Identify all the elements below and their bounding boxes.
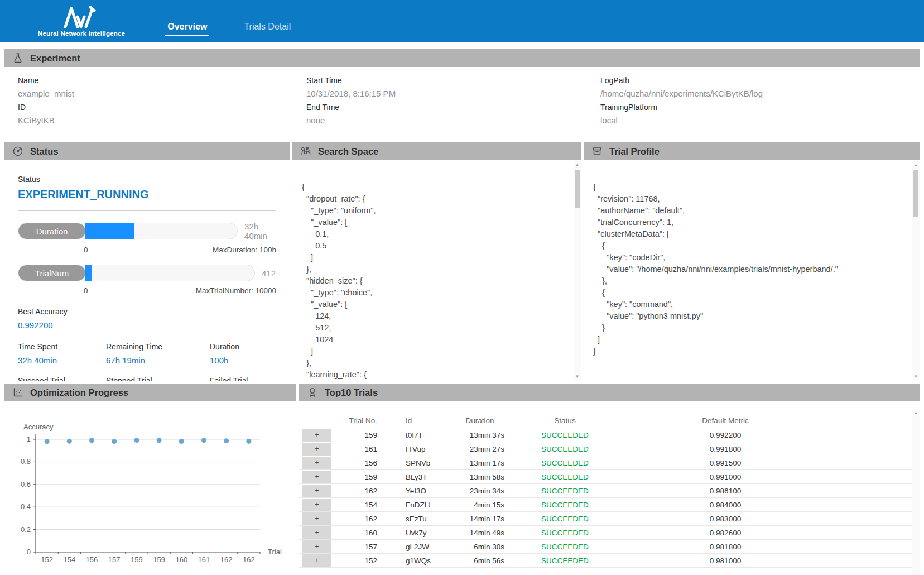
expand-row-button[interactable]: +: [302, 554, 331, 567]
trial-metric-cell: 0.981800: [622, 543, 829, 551]
nni-logo-icon: [63, 6, 100, 29]
section-title: Search Space: [318, 146, 378, 157]
svg-text:0.6: 0.6: [21, 480, 31, 488]
trialnum-min: 0: [84, 286, 88, 295]
expand-row-button[interactable]: +: [302, 512, 331, 525]
stat-succeed-trial: Succeed Trial403: [18, 376, 106, 381]
experiment-field-training-platform: TrainingPlatform local: [600, 103, 920, 125]
trial-status-cell: SUCCEEDED: [508, 487, 622, 495]
trial-metric-cell: 0.986100: [622, 487, 829, 495]
table-row: +157gL2JW6min 30sSUCCEEDED0.981800: [299, 540, 920, 554]
trial-metric-cell: 0.981000: [622, 557, 829, 565]
scroll-down-arrow[interactable]: ▼: [574, 373, 581, 380]
top-navigation-bar: Neural Network Intelligence Overview Tri…: [0, 0, 924, 42]
scroll-thumb[interactable]: [913, 170, 918, 217]
best-accuracy-value: 0.992200: [18, 320, 281, 330]
trial-status-cell: SUCCEEDED: [508, 529, 622, 537]
trial-status-cell: SUCCEEDED: [508, 445, 622, 453]
stat-failed-trial: Failed Trial9: [210, 376, 281, 381]
medal-icon: [307, 387, 318, 398]
table-body: +159t0I7T13min 37sSUCCEEDED0.992200+161I…: [299, 428, 920, 568]
trialnum-progress-value: 412: [262, 269, 276, 278]
section-title: Trial Profile: [609, 146, 660, 157]
expand-row-button[interactable]: +: [302, 499, 331, 511]
duration-progress: Duration 32h 40min 0 MaxDuration: 100h: [18, 222, 281, 254]
scroll-up-arrow[interactable]: ▲: [912, 161, 920, 169]
trial-id-cell: ITVup: [385, 445, 452, 453]
stat-duration: Duration100h: [210, 342, 281, 365]
trial-id-cell: YeI3O: [385, 487, 452, 495]
experiment-field-start-time: Start Time 10/31/2018, 8:16:15 PM: [306, 76, 600, 98]
trial-duration-cell: 13min 17s: [452, 459, 508, 467]
expand-row-button[interactable]: +: [302, 540, 331, 553]
search-space-scrollbar[interactable]: ▲ ▼: [574, 161, 581, 380]
experiment-info: Name example_mnist ID KCiBytKB Start Tim…: [4, 67, 920, 135]
trial-profile-scrollbar[interactable]: ▲ ▼: [912, 161, 920, 380]
trial-id-cell: SPNVb: [385, 459, 452, 467]
trial-duration-cell: 13min 58s: [452, 473, 508, 481]
nav-tabs: Overview Trials Detail: [165, 0, 293, 42]
tab-overview[interactable]: Overview: [165, 22, 209, 36]
expand-row-button[interactable]: +: [302, 471, 331, 483]
optimization-section-header: Optimization Progress: [4, 384, 296, 401]
top10-trials-panel: Top10 Trials Trial No. Id Duration Statu…: [299, 384, 920, 575]
trial-metric-cell: 0.983000: [622, 515, 829, 523]
scroll-thumb[interactable]: [575, 170, 580, 208]
accuracy-scatter-chart: Accuracy00.20.40.60.81152154156157159159…: [4, 401, 296, 572]
section-title: Top10 Trials: [325, 387, 378, 398]
table-row: +161ITVup23min 27sSUCCEEDED0.991800: [299, 442, 920, 456]
search-space-json: { "dropout_rate": { "_type": "uniform", …: [292, 160, 581, 381]
table-row: +154FnDZH4min 15sSUCCEEDED0.984000: [299, 498, 920, 512]
svg-text:159: 159: [153, 555, 165, 564]
trial-no-cell: 159: [335, 431, 385, 439]
trial-no-cell: 157: [335, 543, 385, 551]
trial-metric-cell: 0.982600: [622, 529, 829, 537]
trial-duration-cell: 14min 17s: [452, 515, 508, 523]
status-label: Status: [18, 175, 281, 184]
experiment-field-id: ID KCiBytKB: [18, 103, 306, 125]
trial-duration-cell: 4min 15s: [452, 501, 508, 509]
svg-text:162: 162: [220, 555, 233, 564]
trial-status-cell: SUCCEEDED: [508, 459, 622, 467]
trial-duration-cell: 23min 27s: [452, 445, 508, 453]
trial-no-cell: 162: [335, 515, 385, 523]
trial-profile-section-header: Trial Profile: [584, 142, 920, 160]
svg-text:156: 156: [86, 555, 98, 564]
section-title: Experiment: [30, 53, 80, 64]
svg-text:157: 157: [108, 555, 121, 564]
scroll-up-arrow[interactable]: ▲: [574, 161, 581, 169]
scatter-chart-icon: [12, 387, 23, 398]
svg-text:161: 161: [198, 555, 210, 564]
scroll-down-arrow[interactable]: ▼: [912, 373, 920, 380]
expand-row-button[interactable]: +: [302, 457, 331, 469]
trial-no-cell: 156: [335, 459, 385, 467]
status-section-header: Status: [4, 142, 290, 160]
trial-id-cell: g1WQs: [385, 557, 452, 565]
expand-row-button[interactable]: +: [302, 443, 331, 456]
scroll-up-arrow[interactable]: ▲: [912, 409, 920, 416]
stat-stopped-trial: Stopped Trial0: [106, 376, 210, 381]
status-panel: Status Status EXPERIMENT_RUNNING Duratio…: [4, 142, 290, 381]
expand-row-button[interactable]: +: [302, 526, 331, 539]
svg-text:152: 152: [41, 555, 53, 564]
expand-row-button[interactable]: +: [302, 429, 331, 442]
tab-trials-detail[interactable]: Trials Detail: [242, 22, 293, 36]
table-scrollbar[interactable]: ▲ ▼: [912, 409, 920, 575]
col-header-trial-no: Trial No.: [335, 416, 385, 425]
nni-logo: Neural Network Intelligence: [38, 0, 125, 42]
duration-min: 0: [84, 246, 88, 254]
svg-text:0.2: 0.2: [21, 525, 31, 534]
section-title: Optimization Progress: [30, 387, 128, 398]
experiment-field-logpath: LogPath /home/quzha/nni/experiments/KCiB…: [600, 76, 920, 98]
trial-no-cell: 152: [335, 557, 385, 565]
trial-no-cell: 161: [335, 445, 385, 453]
trialnum-progress-chip: TrialNum: [18, 265, 85, 281]
col-header-id: Id: [385, 416, 452, 425]
trialnum-progress-bar: TrialNum: [18, 265, 255, 281]
section-title: Status: [30, 146, 58, 157]
trial-duration-cell: 13min 37s: [452, 431, 508, 439]
archive-box-icon: [591, 146, 603, 157]
trial-status-cell: SUCCEEDED: [508, 515, 622, 523]
nni-overview-page: Neural Network Intelligence Overview Tri…: [0, 0, 924, 575]
expand-row-button[interactable]: +: [302, 485, 331, 497]
